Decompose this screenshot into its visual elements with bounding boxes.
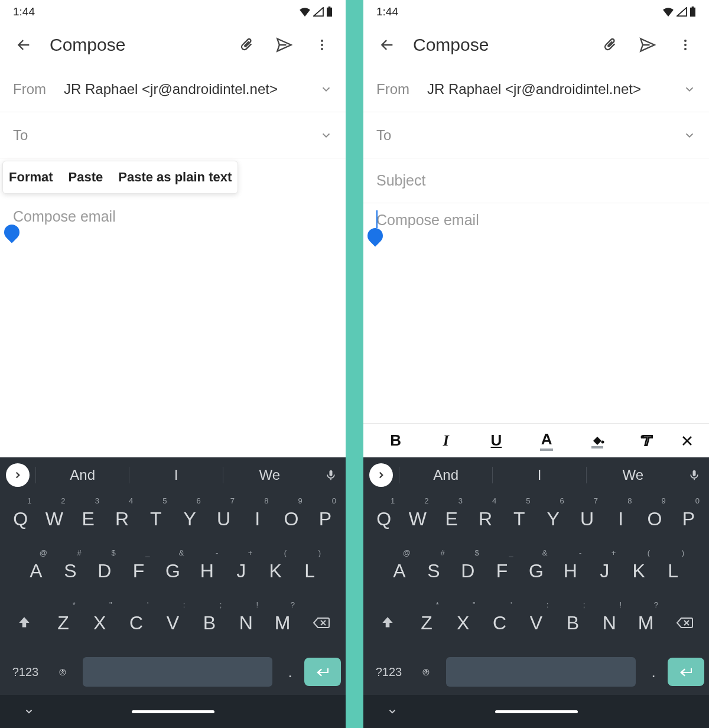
expand-suggestions-button[interactable] [369,463,393,487]
key-t[interactable]: T5 [139,493,173,545]
back-button[interactable] [375,33,399,57]
suggestion-1[interactable]: And [35,467,129,483]
key-c[interactable]: C' [118,597,155,649]
chevron-down-icon[interactable] [683,129,696,142]
chevron-down-icon[interactable] [683,83,696,96]
suggestion-2[interactable]: I [129,467,222,483]
suggestion-2[interactable]: I [492,467,586,483]
key-y[interactable]: Y6 [536,493,570,545]
key-i[interactable]: I8 [604,493,638,545]
key-e[interactable]: E3 [435,493,469,545]
symbols-key[interactable]: ?123 [5,665,46,679]
backspace-key[interactable] [301,597,342,649]
suggestion-3[interactable]: We [586,467,679,483]
emoji-key[interactable]: ☺, [409,666,443,678]
key-m[interactable]: M? [264,597,301,649]
key-h[interactable]: H- [190,545,224,597]
key-c[interactable]: C' [482,597,518,649]
from-field[interactable]: From JR Raphael <jr@androidintel.net> [363,66,709,112]
enter-key[interactable] [304,658,341,686]
key-l[interactable]: L) [292,545,327,597]
send-button[interactable] [636,33,659,57]
key-e[interactable]: E3 [71,493,105,545]
key-v[interactable]: V: [155,597,191,649]
space-key[interactable] [83,657,272,687]
key-u[interactable]: U7 [207,493,240,545]
overflow-menu-button[interactable] [310,33,334,57]
key-u[interactable]: U7 [570,493,604,545]
key-l[interactable]: L) [656,545,690,597]
close-format-button[interactable] [672,434,702,448]
key-q[interactable]: Q1 [4,493,37,545]
key-r[interactable]: R4 [469,493,502,545]
key-w[interactable]: W2 [37,493,71,545]
key-k[interactable]: K( [622,545,656,597]
key-f[interactable]: F_ [485,545,519,597]
text-color-button[interactable]: A [522,430,572,451]
key-g[interactable]: G& [156,545,190,597]
attach-button[interactable] [235,33,258,57]
key-z[interactable]: Z* [408,597,445,649]
fill-color-button[interactable] [572,433,622,449]
space-key[interactable] [446,657,636,687]
key-m[interactable]: M? [627,597,664,649]
shift-key[interactable] [4,597,45,649]
key-n[interactable]: N! [227,597,264,649]
key-d[interactable]: D$ [451,545,485,597]
key-o[interactable]: O9 [638,493,671,545]
key-v[interactable]: V: [518,597,555,649]
key-a[interactable]: A@ [19,545,53,597]
compose-body[interactable]: Format Paste Paste as plain text Compose… [0,200,346,457]
nav-back-icon[interactable] [24,706,34,717]
menu-paste-plain[interactable]: Paste as plain text [118,170,232,185]
from-field[interactable]: From JR Raphael <jr@androidintel.net> [0,66,346,112]
overflow-menu-button[interactable] [674,33,697,57]
expand-suggestions-button[interactable] [6,463,30,487]
key-y[interactable]: Y6 [173,493,206,545]
back-button[interactable] [12,33,35,57]
key-s[interactable]: S# [53,545,87,597]
key-z[interactable]: Z* [45,597,82,649]
suggestion-3[interactable]: We [223,467,316,483]
key-o[interactable]: O9 [274,493,308,545]
key-d[interactable]: D$ [87,545,122,597]
nav-home-pill[interactable] [495,710,578,713]
period-key[interactable]: . [276,663,304,681]
key-f[interactable]: F_ [122,545,156,597]
key-b[interactable]: B; [191,597,227,649]
key-j[interactable]: J+ [587,545,622,597]
italic-button[interactable]: I [421,432,471,450]
key-r[interactable]: R4 [105,493,139,545]
key-h[interactable]: H- [553,545,587,597]
enter-key[interactable] [668,658,704,686]
chevron-down-icon[interactable] [320,83,333,96]
key-t[interactable]: T5 [502,493,536,545]
compose-body[interactable]: Compose email [363,203,709,423]
period-key[interactable]: . [639,663,668,681]
nav-home-pill[interactable] [132,710,214,713]
key-w[interactable]: W2 [401,493,434,545]
to-field[interactable]: To [363,112,709,158]
key-g[interactable]: G& [519,545,554,597]
mic-button[interactable] [316,468,346,482]
chevron-down-icon[interactable] [320,129,333,142]
key-n[interactable]: N! [591,597,627,649]
key-b[interactable]: B; [554,597,591,649]
key-q[interactable]: Q1 [367,493,401,545]
bold-button[interactable]: B [370,431,421,450]
key-p[interactable]: P0 [308,493,342,545]
key-j[interactable]: J+ [224,545,258,597]
to-field[interactable]: To [0,112,346,158]
underline-button[interactable]: U [471,431,521,450]
attach-button[interactable] [598,33,622,57]
key-k[interactable]: K( [258,545,292,597]
emoji-key[interactable]: ☺, [46,666,79,678]
key-a[interactable]: A@ [382,545,417,597]
shift-key[interactable] [367,597,408,649]
key-s[interactable]: S# [417,545,451,597]
key-x[interactable]: X" [445,597,482,649]
key-i[interactable]: I8 [240,493,274,545]
key-x[interactable]: X" [82,597,118,649]
menu-format[interactable]: Format [9,170,53,185]
symbols-key[interactable]: ?123 [368,665,409,679]
